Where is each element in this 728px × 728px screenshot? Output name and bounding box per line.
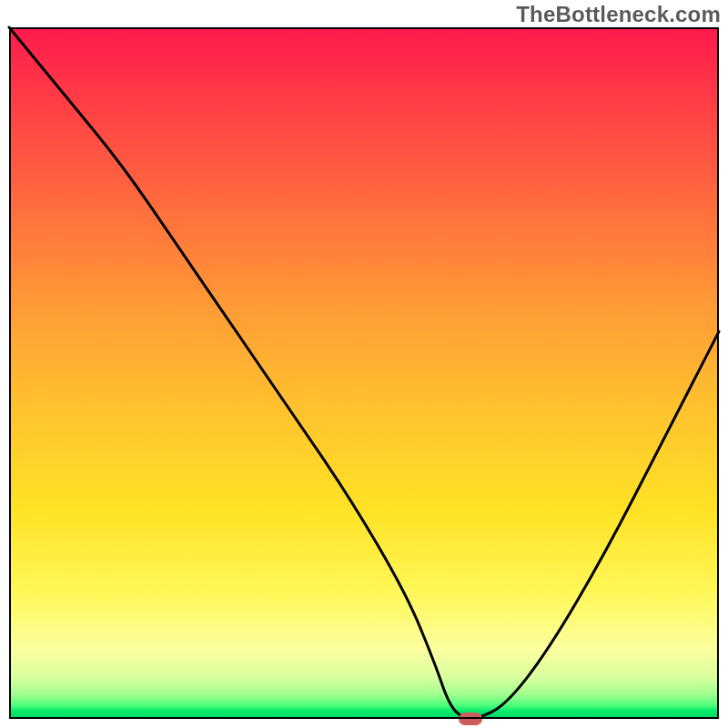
watermark-text: TheBottleneck.com [516, 2, 721, 27]
axes-frame [9, 27, 719, 719]
plot-area [9, 27, 719, 719]
chart-container: TheBottleneck.com [0, 0, 728, 728]
